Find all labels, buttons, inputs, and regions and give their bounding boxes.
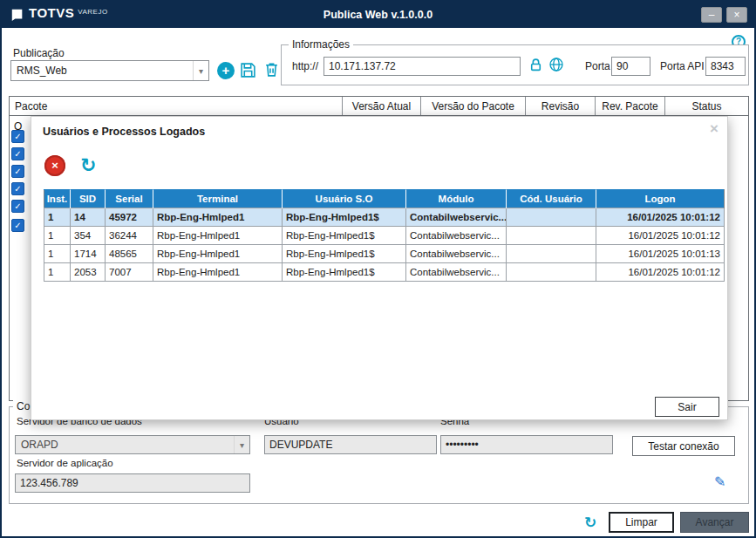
check-icon: ✓	[14, 221, 21, 230]
package-checkbox[interactable]: ✓	[11, 219, 24, 232]
cell-modulo: Contabilwebservic...	[406, 263, 507, 282]
cell-logon: 16/01/2025 10:01:12	[596, 208, 725, 227]
column-header-status[interactable]: Status	[665, 97, 748, 115]
cell-sid: 354	[71, 227, 106, 245]
package-checkbox[interactable]: ✓	[11, 165, 24, 178]
cell-cod-usuario	[507, 208, 596, 227]
session-row[interactable]: 1 1714 48565 Rbp-Eng-Hmlped1 Rbp-Eng-Hml…	[44, 245, 725, 263]
column-header-revisao[interactable]: Revisão	[526, 97, 596, 115]
edit-icon[interactable]: ✎	[714, 473, 725, 490]
column-header-pacote[interactable]: Pacote	[10, 97, 343, 115]
cell-serial: 36244	[106, 227, 153, 245]
session-row[interactable]: 1 354 36244 Rbp-Eng-Hmlped1 Rbp-Eng-Hmlp…	[44, 227, 725, 245]
sair-button[interactable]: Sair	[655, 397, 719, 417]
avancar-button[interactable]: Avançar	[680, 512, 749, 533]
globe-icon[interactable]	[548, 57, 564, 75]
dialog-close-icon[interactable]: ×	[710, 120, 719, 138]
cell-usuario-so: Rbp-Eng-Hmlped1$	[283, 208, 406, 227]
testar-conexao-button[interactable]: Testar conexão	[632, 436, 735, 456]
lock-icon[interactable]	[528, 58, 543, 75]
close-button[interactable]: ×	[726, 7, 747, 23]
senha-input[interactable]	[440, 435, 613, 454]
session-row[interactable]: 1 2053 7007 Rbp-Eng-Hmlped1 Rbp-Eng-Hmlp…	[44, 263, 725, 282]
cell-cod-usuario	[507, 245, 596, 263]
cell-modulo: Contabilwebservic...	[406, 208, 507, 227]
cell-serial: 7007	[106, 263, 153, 282]
host-input[interactable]	[324, 57, 521, 76]
app-server-input[interactable]	[15, 473, 250, 493]
column-header-rev-pacote[interactable]: Rev. Pacote	[596, 97, 665, 115]
refresh-sessions-icon[interactable]: ↻	[80, 154, 96, 177]
kill-session-icon[interactable]: ×	[44, 155, 65, 176]
app-server-label: Servidor de aplicação	[17, 458, 113, 468]
package-checkbox[interactable]: ✓	[11, 130, 24, 143]
col-modulo[interactable]: Módulo	[406, 190, 507, 208]
column-header-versao-pacote[interactable]: Versão do Pacote	[421, 97, 526, 115]
col-cod-usuario[interactable]: Cód. Usuário	[507, 190, 596, 208]
usuarios-logados-dialog: Usuários e Processos Logados × × ↻ Inst.…	[31, 116, 728, 420]
package-checkbox[interactable]: ✓	[11, 182, 24, 195]
limpar-button[interactable]: Limpar	[609, 512, 674, 533]
db-server-select[interactable]: ORAPD ▾	[15, 435, 250, 454]
porta-input[interactable]	[611, 57, 650, 76]
check-icon: ✓	[14, 167, 21, 176]
cell-modulo: Contabilwebservic...	[406, 245, 507, 263]
delete-icon[interactable]	[263, 61, 280, 80]
cell-sid: 14	[71, 208, 106, 227]
usuario-input[interactable]	[264, 435, 437, 454]
sessions-table-header: Inst. SID Serial Terminal Usuário S.O Mó…	[44, 190, 725, 208]
cell-sid: 2053	[71, 263, 106, 282]
chevron-down-icon[interactable]: ▾	[193, 61, 208, 80]
cell-serial: 48565	[106, 245, 153, 263]
sessions-table: Inst. SID Serial Terminal Usuário S.O Mó…	[44, 189, 725, 282]
col-serial[interactable]: Serial	[106, 190, 153, 208]
dialog-title: Usuários e Processos Logados	[43, 126, 205, 138]
cell-inst: 1	[44, 245, 71, 263]
totvs-logo-icon	[10, 8, 24, 24]
minimize-button[interactable]: –	[701, 7, 722, 23]
publicacao-value: RMS_Web	[17, 65, 67, 77]
cell-terminal: Rbp-Eng-Hmlped1	[153, 245, 283, 263]
conexao-group: Co Servidor de banco de dados ORAPD ▾ Us…	[9, 406, 749, 504]
porta-label: Porta	[585, 60, 610, 72]
protocol-label: http://	[292, 60, 318, 72]
brand: TOTVS VAREJO	[2, 5, 108, 24]
publicacao-label: Publicação	[13, 47, 65, 59]
cell-logon: 16/01/2025 10:01:12	[596, 227, 725, 245]
porta-api-input[interactable]	[705, 57, 746, 76]
chevron-down-icon[interactable]: ▾	[234, 436, 249, 453]
col-inst[interactable]: Inst.	[44, 190, 71, 208]
brand-name: TOTVS	[29, 5, 74, 20]
session-row[interactable]: 1 14 45972 Rbp-Eng-Hmlped1 Rbp-Eng-Hmlpe…	[44, 208, 725, 227]
package-checkbox[interactable]: ✓	[11, 147, 24, 160]
cell-logon: 16/01/2025 10:01:12	[596, 263, 725, 282]
cell-terminal: Rbp-Eng-Hmlped1	[153, 263, 283, 282]
cell-logon: 16/01/2025 10:01:13	[596, 245, 725, 263]
cell-inst: 1	[44, 227, 71, 245]
add-publication-button[interactable]: +	[217, 62, 235, 79]
col-logon[interactable]: Logon	[596, 190, 725, 208]
cell-inst: 1	[44, 263, 71, 282]
column-header-versao-atual[interactable]: Versão Atual	[343, 97, 421, 115]
app-window: Publica Web v.1.0.0.0 TOTVS VAREJO – × ?…	[0, 0, 756, 538]
publicacao-select[interactable]: RMS_Web ▾	[10, 60, 209, 81]
col-terminal[interactable]: Terminal	[153, 190, 283, 208]
col-usuario-so[interactable]: Usuário S.O	[283, 190, 406, 208]
informacoes-group: Informações http:// Porta Porta API	[281, 44, 749, 85]
cell-usuario-so: Rbp-Eng-Hmlped1$	[283, 245, 406, 263]
package-checkbox[interactable]: ✓	[11, 200, 24, 213]
cell-inst: 1	[44, 208, 71, 227]
check-icon: ✓	[14, 132, 21, 141]
porta-api-label: Porta API	[660, 60, 705, 72]
cell-cod-usuario	[507, 263, 596, 282]
cell-sid: 1714	[71, 245, 106, 263]
cell-modulo: Contabilwebservic...	[406, 227, 507, 245]
col-sid[interactable]: SID	[71, 190, 106, 208]
brand-sub: VAREJO	[78, 8, 107, 16]
cell-cod-usuario	[507, 227, 596, 245]
cell-usuario-so: Rbp-Eng-Hmlped1$	[283, 227, 406, 245]
cell-terminal: Rbp-Eng-Hmlped1	[153, 208, 283, 227]
save-icon[interactable]	[240, 62, 256, 81]
db-server-value: ORAPD	[21, 439, 58, 451]
refresh-icon[interactable]: ↻	[584, 514, 596, 532]
